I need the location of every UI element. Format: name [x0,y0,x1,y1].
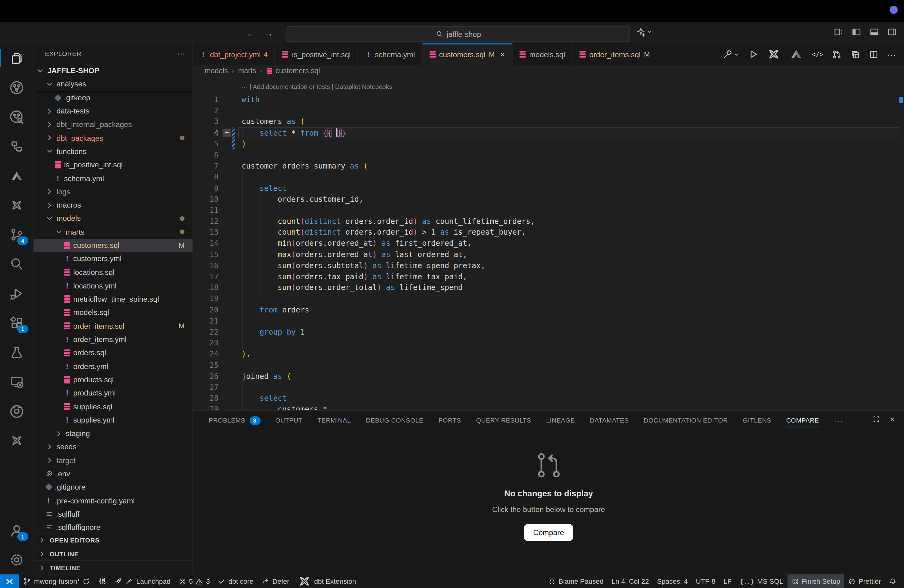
panel-tab-problems[interactable]: PROBLEMS8 [209,411,261,430]
line-number[interactable]: 17 [193,271,219,282]
tree-file-orders.yml[interactable]: !orders.yml [33,359,193,373]
line-number[interactable]: 21 [193,315,219,326]
tree-folder-target[interactable]: target [33,454,193,467]
line-number[interactable]: 8 [193,171,219,182]
editor-tab-models.sql[interactable]: models.sql [512,43,572,65]
line-number[interactable]: 6 [193,149,219,161]
editor-tab-is_positive_int.sql[interactable]: is_positive_int.sql [275,43,358,65]
code-line-28[interactable]: 28 select [193,393,904,404]
code-line-18[interactable]: 18 sum(orders.order_total) as lifetime_s… [193,282,904,293]
code-line-4[interactable]: 4 select * from {{ }}+ [193,127,904,138]
tree-file-supplies.yml[interactable]: !supplies.yml [33,413,193,427]
line-number[interactable]: 25 [193,359,219,371]
copilot-icon[interactable] [636,27,652,37]
command-center-search[interactable]: jaffle-shop [286,26,631,42]
status-notifications-bell[interactable] [885,574,901,588]
panel-tab-debug-console[interactable]: DEBUG CONSOLE [366,411,424,430]
tree-folder-macros[interactable]: macros [33,198,193,212]
tree-folder-data-tests[interactable]: data-tests [33,104,193,118]
tree-file-.gitkeep[interactable]: .gitkeep [33,91,193,104]
code-line-7[interactable]: 7customer_orders_summary as ( [193,160,904,171]
toggle-secondary-sidebar-icon[interactable] [887,27,897,37]
history-forward-button[interactable]: → [262,27,275,39]
tree-file-locations.yml[interactable]: !locations.yml [33,279,193,292]
code-line-23[interactable]: 23 [193,337,904,348]
status-remote-indicator[interactable] [0,574,19,588]
dbt-power-user-action[interactable] [767,47,781,61]
panel-tab-output[interactable]: OUTPUT [275,411,302,430]
tree-folder-staging[interactable]: staging [33,427,193,440]
panel-tab-compare[interactable]: COMPARE [786,411,819,430]
line-number[interactable]: 24 [193,348,219,359]
code-line-24[interactable]: 24), [193,348,904,359]
tree-file-orders.sql[interactable]: orders.sql [33,346,193,359]
status-prettier-status[interactable]: Prettier [844,574,885,588]
maximize-panel-icon[interactable] [872,415,880,423]
breadcrumb-item-marts[interactable]: marts [238,67,256,75]
code-line-26[interactable]: 26joined as ( [193,371,904,382]
activity-item-source-control[interactable]: 4 [0,220,33,249]
editor-tab-order_items.sql[interactable]: order_items.sqlM [572,43,657,65]
panel-tab-datamates[interactable]: DATAMATES [590,411,629,430]
status-git-branch-status[interactable]: mwong-fusion* [19,574,94,588]
editor-tab-dbt_project.yml[interactable]: !dbt_project.yml4 [193,43,275,65]
tree-folder-analyses[interactable]: analyses [33,77,193,91]
tree-file-metricflow_time_spine.sql[interactable]: metricflow_time_spine.sql [33,292,193,306]
line-number[interactable]: 19 [193,293,219,304]
tree-file-products.yml[interactable]: !products.yml [33,386,193,400]
sidebar-section-timeline[interactable]: TIMELINE [33,561,193,574]
datapilot-action[interactable] [789,47,803,61]
tree-file-locations.sql[interactable]: locations.sql [33,266,193,279]
activity-item-dbt-power-user-panel[interactable] [0,426,33,455]
activity-item-lineage[interactable] [0,73,33,102]
line-number[interactable]: 29 [193,404,219,410]
tree-folder-dbt_packages[interactable]: dbt_packages [33,131,193,145]
line-number[interactable]: 26 [193,371,219,382]
activity-item-github[interactable] [0,396,33,426]
tree-folder-models[interactable]: models [33,212,193,225]
activity-item-remote-explorer[interactable] [0,367,33,397]
code-line-3[interactable]: 3customers as ( [193,116,904,127]
line-number[interactable]: 15 [193,249,219,260]
activity-item-dbt-power-user[interactable] [0,190,33,220]
tree-root-jaffle-shop[interactable]: JAFFLE-SHOP [33,64,193,77]
tree-folder-marts[interactable]: marts [33,225,193,239]
panel-tab-lineage[interactable]: LINEAGE [546,411,575,430]
status-problems-status[interactable]: 53 [175,574,214,588]
code-line-17[interactable]: 17 sum(orders.tax_paid) as lifetime_tax_… [193,271,904,282]
activity-item-accounts[interactable]: 1 [0,515,33,545]
sidebar-section-open-editors[interactable]: OPEN EDITORS [33,533,193,547]
more-panel-tabs-icon[interactable]: ··· [834,416,843,425]
activity-item-extensions[interactable]: 1 [0,308,33,337]
line-number[interactable]: 7 [193,160,219,171]
line-number[interactable]: 5 [193,138,219,149]
tree-file-products.sql[interactable]: products.sql [33,373,193,387]
activity-item-search[interactable] [0,249,33,279]
panel-tab-gitlens[interactable]: GITLENS [743,411,771,430]
tree-folder-functions[interactable]: functions [33,145,193,158]
codelens[interactable]: ··· | Add documentation or tests | Datap… [193,77,904,94]
line-number[interactable]: 20 [193,304,219,315]
activity-item-explorer[interactable] [0,43,33,73]
status-finish-setup[interactable]: Finish Setup [787,574,844,588]
code-line-22[interactable]: 22 group by 1 [193,326,904,337]
status-dbt-core-status[interactable]: dbt core [214,574,258,588]
activity-item-testing[interactable] [0,337,33,367]
line-number[interactable]: 27 [193,382,219,393]
line-number[interactable]: 14 [193,238,219,249]
tree-file-is_positive_int.sql[interactable]: is_positive_int.sql [33,158,193,172]
breadcrumb-item-models[interactable]: models [205,67,228,75]
history-back-button[interactable]: ← [245,27,257,39]
code-line-2[interactable]: 2 [193,105,904,116]
panel-tab-query-results[interactable]: QUERY RESULTS [476,411,531,430]
editor-tab-schema.yml[interactable]: !schema.yml [358,43,422,65]
line-number[interactable]: 2 [193,105,219,116]
status-launchpad[interactable]: Launchpad [111,574,175,588]
activity-item-run-and-debug[interactable] [0,279,33,308]
panel-tab-terminal[interactable]: TERMINAL [317,411,351,430]
tree-file-models.sql[interactable]: models.sql [33,306,193,319]
code-line-27[interactable]: 27 [193,382,904,393]
close-panel-icon[interactable]: × [890,415,895,423]
line-number[interactable]: 10 [193,193,219,204]
activity-item-lineage-search[interactable] [0,102,33,132]
